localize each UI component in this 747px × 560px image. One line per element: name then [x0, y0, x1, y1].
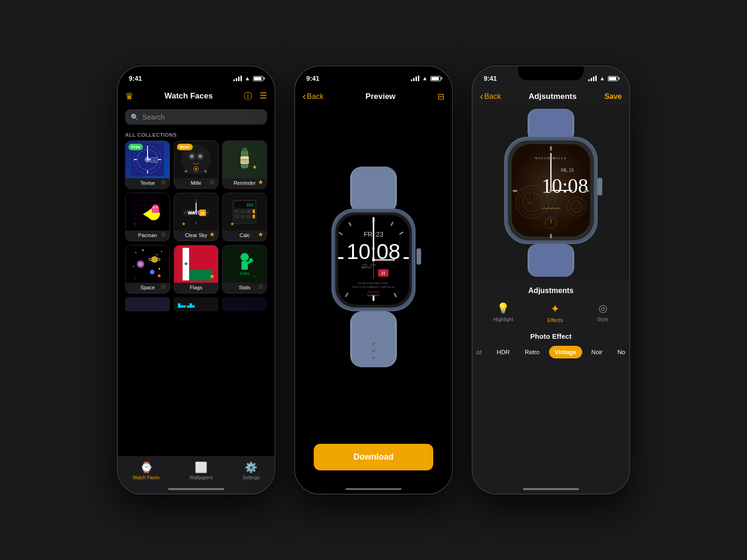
- star-icon-space[interactable]: ☆: [161, 283, 167, 290]
- watch-item-mille[interactable]: ★ ★ New! Mille ☆: [174, 140, 218, 189]
- info-button[interactable]: ⓘ: [244, 91, 252, 102]
- highlight-label: Highlight: [493, 316, 514, 322]
- effect-contrast[interactable]: trast: [476, 346, 487, 358]
- back-chevron-3: ‹: [480, 91, 483, 103]
- svg-point-154: [530, 194, 534, 199]
- back-button-3[interactable]: ‹ Back: [480, 91, 501, 103]
- star-icon-pacman[interactable]: ☆: [161, 231, 167, 238]
- effect-vintage[interactable]: Vintage: [549, 346, 582, 358]
- svg-text:21: 21: [381, 271, 386, 275]
- status-time-1: 9:41: [129, 75, 142, 82]
- adj-tabs: 💡 Highlight ✦ Effects ◎ Style: [476, 302, 626, 323]
- nav-bar-1: ♛ Watch Faces ⓘ ☰: [118, 87, 275, 105]
- filter-button[interactable]: ⊟: [437, 91, 444, 102]
- nav-icons-1: ⓘ ☰: [244, 91, 267, 102]
- signal-icon-1: [233, 76, 242, 81]
- svg-point-50: [158, 213, 160, 215]
- watch-item-pacman[interactable]: ☆ Pacman ☆: [125, 193, 170, 241]
- status-icons-3: ▲: [588, 75, 618, 82]
- svg-point-17: [198, 154, 202, 158]
- watch-thumb-pacman: ☆: [126, 193, 169, 231]
- svg-text:221: 221: [247, 203, 254, 207]
- svg-rect-99: [241, 261, 248, 270]
- svg-rect-121: [338, 257, 344, 259]
- adj-nav: ‹ Back Adjsutments Save: [472, 87, 629, 106]
- svg-point-89: [150, 270, 155, 274]
- watch-thumb-calc: 221 ★: [223, 193, 267, 231]
- svg-point-86: [140, 263, 141, 265]
- star-icon-tevise[interactable]: ☆: [161, 178, 167, 186]
- watch-item-reminder[interactable]: REMINDER It's always ★ Reminder ★: [222, 140, 267, 189]
- effects-label: Effects: [547, 317, 563, 323]
- settings-tab-icon: ⚙️: [245, 462, 257, 474]
- svg-text:FR, 23: FR, 23: [561, 168, 573, 173]
- svg-point-163: [550, 189, 552, 192]
- star-icon-reminder[interactable]: ★: [258, 178, 264, 186]
- svg-point-90: [158, 274, 161, 277]
- photo-effect-title: Photo Effect: [476, 332, 626, 340]
- list-button[interactable]: ☰: [260, 91, 267, 102]
- search-bar[interactable]: 🔍 Search: [125, 109, 267, 125]
- signal-icon-2: [411, 76, 419, 81]
- watch-thumb-reminder: REMINDER It's always ★: [223, 141, 267, 178]
- svg-rect-72: [234, 215, 239, 218]
- watch-item-clearsky[interactable]: WATCH 21: [174, 193, 218, 241]
- phone-3: 9:41 ▲ ‹ Back: [472, 65, 630, 495]
- svg-point-83: [159, 268, 160, 270]
- svg-text:CHRONOMETRE: CHRONOMETRE: [358, 282, 389, 285]
- effect-noir[interactable]: Noir: [586, 346, 608, 358]
- wallpapers-tab-icon: ⬜: [195, 462, 207, 474]
- watch-name-flags: Flags: [174, 283, 218, 293]
- back-button-2[interactable]: ‹ Back: [303, 91, 324, 103]
- watch-item-space[interactable]: ☆ Space ☆: [125, 245, 170, 294]
- svg-point-19: [195, 168, 197, 170]
- svg-rect-159: [513, 190, 517, 192]
- svg-text:★: ★: [230, 221, 234, 226]
- svg-rect-75: [253, 215, 255, 218]
- star-icon-mille[interactable]: ☆: [209, 178, 215, 186]
- watch-item-stats[interactable]: STATS ☆ Stats ☆: [222, 245, 267, 294]
- star-icon-clearsky[interactable]: ★: [209, 231, 215, 238]
- watch-item-tevise[interactable]: 03 Free Tevise ☆: [125, 140, 170, 189]
- svg-rect-71: [253, 210, 255, 213]
- svg-text:☆: ☆: [133, 275, 137, 280]
- star-icon-stats[interactable]: ☆: [258, 283, 264, 290]
- svg-rect-43: [152, 209, 159, 213]
- svg-point-153: [526, 194, 530, 199]
- tab-watch-faces[interactable]: ⌚ Watch Faces: [133, 462, 160, 480]
- watch-item-flags[interactable]: ★ ★ Flags: [174, 245, 218, 294]
- svg-rect-109: [416, 248, 421, 265]
- badge-new: New!: [177, 144, 193, 150]
- watch-faces-tab-label: Watch Faces: [133, 475, 160, 480]
- effect-none[interactable]: None: [612, 346, 626, 358]
- svg-text:☆: ☆: [133, 221, 137, 226]
- svg-rect-73: [240, 215, 245, 218]
- save-button[interactable]: Save: [605, 92, 622, 101]
- section-label: ALL COLLECTIONS: [118, 128, 275, 140]
- star-icon-calc[interactable]: ★: [258, 231, 264, 238]
- svg-text:WATCH: WATCH: [361, 266, 371, 269]
- effect-retro[interactable]: Retro: [519, 346, 545, 358]
- tab-settings[interactable]: ⚙️ Settings: [243, 462, 260, 480]
- svg-text:█▄▄ ▄█▄: █▄▄ ▄█▄: [178, 303, 195, 308]
- wifi-icon-3: ▲: [599, 75, 605, 82]
- svg-point-135: [372, 343, 375, 345]
- watch-item-calc[interactable]: 221 ★: [222, 193, 267, 241]
- tab-wallpapers[interactable]: ⬜ Wallpapers: [190, 462, 213, 480]
- svg-point-87: [151, 256, 158, 263]
- download-button[interactable]: Download: [314, 444, 433, 470]
- panel-title: Adjustments: [476, 287, 626, 295]
- svg-rect-160: [585, 190, 589, 192]
- svg-rect-70: [247, 210, 251, 213]
- effect-hdr[interactable]: HDR: [491, 346, 515, 358]
- watch-thumb-flags: ★ ★: [174, 245, 218, 283]
- svg-text:☆: ☆: [252, 273, 256, 279]
- watch-thumb-tevise: 03 Free: [126, 141, 169, 178]
- style-tab[interactable]: ◎ Style: [597, 302, 608, 323]
- watch-grid: 03 Free Tevise ☆: [118, 140, 275, 294]
- svg-text:STATS: STATS: [240, 272, 250, 275]
- nav-title-1: Watch Faces: [164, 91, 212, 101]
- highlight-tab[interactable]: 💡 Highlight: [493, 302, 514, 323]
- effects-tab[interactable]: ✦ Effects: [547, 302, 563, 323]
- home-indicator-2: [345, 488, 402, 490]
